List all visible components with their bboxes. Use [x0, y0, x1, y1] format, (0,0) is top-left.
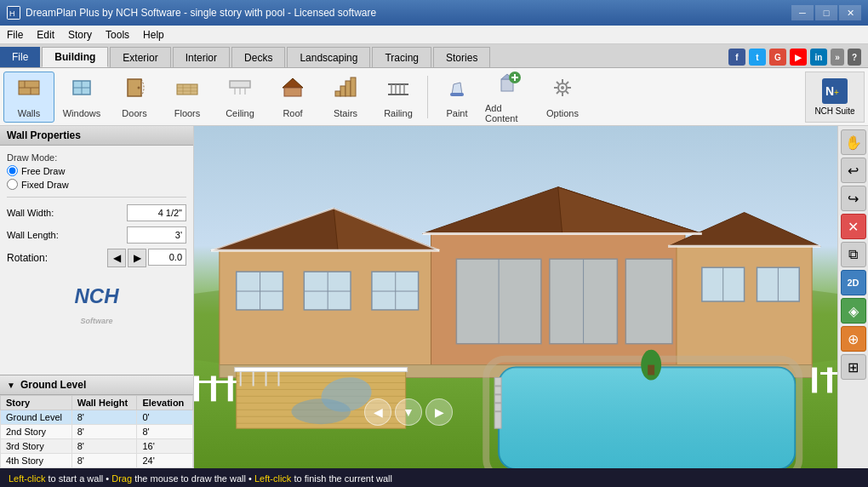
nav-right[interactable]: ▶	[425, 398, 453, 426]
grid-button[interactable]: ⊞	[841, 354, 866, 380]
col-elevation: Elevation	[137, 396, 193, 410]
ribbon-tab-row: File Building Exterior Interior Decks La…	[0, 44, 868, 68]
hand-tool-button[interactable]: ✋	[841, 129, 866, 155]
tool-railing[interactable]: Railing	[373, 72, 424, 123]
wall-length-input[interactable]	[127, 226, 186, 244]
table-row[interactable]: Ground Level 8' 0'	[1, 410, 193, 425]
wall-properties-panel: Wall Properties Draw Mode: Free Draw Fix…	[0, 126, 193, 375]
instruction-text2: the mouse to draw the wall •	[134, 473, 254, 484]
menu-help[interactable]: Help	[136, 26, 171, 43]
toolbar-divider	[427, 76, 428, 118]
table-row[interactable]: 4th Story 8' 24'	[1, 454, 193, 468]
col-story: Story	[1, 396, 72, 410]
rotate-right-button[interactable]: ▶	[128, 249, 146, 267]
wall-width-input[interactable]	[127, 204, 186, 221]
menu-edit[interactable]: Edit	[30, 26, 61, 43]
nav-down[interactable]: ▼	[395, 398, 422, 426]
copy-button[interactable]: ⧉	[841, 242, 866, 267]
svg-rect-24	[345, 81, 351, 96]
social-twitter[interactable]: t	[749, 49, 766, 66]
row-elev-0: 0'	[137, 410, 193, 425]
tab-tracing[interactable]: Tracing	[372, 47, 431, 67]
menu-story[interactable]: Story	[61, 26, 99, 43]
instruction-click1: Left-click	[9, 473, 45, 484]
instruction-click2: Left-click	[254, 473, 291, 484]
tab-landscaping[interactable]: Landscaping	[287, 47, 370, 67]
tool-doors[interactable]: Doors	[109, 72, 160, 123]
undo-button[interactable]: ↩	[841, 158, 866, 183]
svg-rect-113	[812, 368, 817, 393]
social-facebook[interactable]: f	[728, 49, 745, 66]
svg-rect-95	[235, 368, 408, 372]
svg-rect-11	[177, 84, 197, 95]
compass-button[interactable]: ⊕	[841, 326, 866, 352]
menu-file[interactable]: File	[0, 26, 30, 43]
ground-level-panel: ▼ Ground Level Story Wall Height Elevati…	[0, 375, 193, 468]
svg-marker-20	[283, 78, 303, 88]
rotate-left-button[interactable]: ◀	[107, 249, 126, 267]
svg-rect-114	[827, 368, 832, 393]
window-controls: ─ □ ✕	[791, 5, 861, 20]
tab-interior[interactable]: Interior	[173, 47, 230, 67]
row-story-3: 4th Story	[1, 454, 72, 468]
ground-level-title: Ground Level	[20, 379, 86, 391]
instruction-text3: to finish the current wall	[294, 473, 392, 484]
svg-rect-110	[194, 376, 199, 402]
tool-doors-label: Doors	[122, 108, 146, 118]
fixed-draw-radio[interactable]	[7, 179, 18, 190]
tool-stairs[interactable]: Stairs	[320, 72, 371, 123]
ground-level-header[interactable]: ▼ Ground Level	[0, 375, 193, 395]
svg-rect-55	[677, 246, 812, 369]
free-draw-label: Free Draw	[21, 166, 65, 176]
more-social[interactable]: »	[831, 49, 844, 66]
menu-tools[interactable]: Tools	[99, 26, 136, 43]
table-row[interactable]: 3rd Story 8' 16'	[1, 439, 193, 454]
2d-view-button[interactable]: 2D	[841, 270, 866, 295]
tool-options-label: Options	[546, 108, 579, 118]
tab-exterior[interactable]: Exterior	[110, 47, 170, 67]
maximize-button[interactable]: □	[815, 5, 837, 20]
menu-bar: File Edit Story Tools Help	[0, 26, 868, 44]
3d-view-button[interactable]: ◈	[841, 298, 866, 324]
tool-windows[interactable]: Windows	[56, 72, 107, 123]
tab-stories[interactable]: Stories	[433, 47, 490, 67]
tool-floors[interactable]: Floors	[162, 72, 213, 123]
redo-button[interactable]: ↪	[841, 186, 866, 211]
tool-ceiling[interactable]: Ceiling	[214, 72, 266, 123]
right-toolbar: ✋ ↩ ↪ ✕ ⧉ 2D ◈ ⊕ ⊞	[837, 126, 868, 468]
instruction-drag: Drag	[111, 473, 132, 484]
tool-paint[interactable]: Paint	[431, 72, 483, 123]
social-youtube[interactable]: ▶	[790, 49, 807, 66]
tool-walls[interactable]: Walls	[3, 72, 54, 123]
tool-options[interactable]: Options	[537, 72, 588, 123]
minimize-button[interactable]: ─	[791, 5, 814, 20]
tool-ceiling-label: Ceiling	[226, 108, 254, 118]
tool-railing-label: Railing	[384, 108, 413, 118]
svg-text:N: N	[825, 84, 834, 98]
title-bar: H DreamPlan Plus by NCH Software - singl…	[0, 0, 868, 26]
tab-file[interactable]: File	[0, 47, 40, 67]
table-row[interactable]: 2nd Story 8' 8'	[1, 425, 193, 439]
tool-paint-label: Paint	[446, 108, 467, 118]
tool-roof[interactable]: Roof	[267, 72, 318, 123]
nch-logo: NCH Software	[7, 284, 186, 328]
svg-line-44	[557, 82, 559, 84]
nch-suite-button[interactable]: N + NCH Suite	[805, 72, 865, 123]
tab-building[interactable]: Building	[42, 47, 108, 67]
nav-left[interactable]: ◀	[364, 398, 391, 426]
tool-stairs-label: Stairs	[334, 108, 357, 118]
tool-walls-label: Walls	[18, 108, 40, 118]
social-linkedin[interactable]: in	[810, 49, 827, 66]
help-icon[interactable]: ?	[848, 49, 861, 66]
tab-decks[interactable]: Decks	[231, 47, 285, 67]
free-draw-radio[interactable]	[7, 165, 18, 176]
app-icon: H	[7, 6, 20, 20]
close-button[interactable]: ✕	[839, 5, 861, 20]
draw-mode-label: Draw Mode:	[7, 152, 186, 163]
rotation-input[interactable]	[148, 249, 186, 266]
panel-toggle-icon[interactable]: ▼	[7, 381, 15, 390]
delete-button[interactable]: ✕	[841, 214, 866, 239]
social-google[interactable]: G	[769, 49, 786, 66]
canvas-area[interactable]: ◀ ▼ ▶ ✋ ↩ ↪ ✕ ⧉ 2D ◈ ⊕ ⊞	[194, 126, 868, 468]
tool-add-content[interactable]: Add Content	[484, 72, 535, 123]
